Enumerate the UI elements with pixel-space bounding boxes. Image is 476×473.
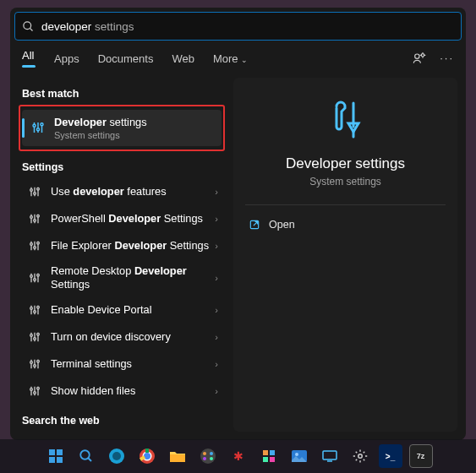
tab-apps[interactable]: Apps	[54, 52, 79, 70]
svg-point-41	[34, 311, 36, 313]
section-search-web: Search the web	[22, 415, 225, 427]
settings-sliders-icon	[25, 357, 44, 371]
settings-result[interactable]: Remote Desktop Developer Settings›	[19, 259, 225, 296]
taskbar-edge[interactable]	[105, 444, 129, 468]
settings-result-title: File Explorer Developer Settings	[51, 239, 215, 253]
settings-result[interactable]: Terminal settings›	[19, 351, 225, 378]
taskbar-settings[interactable]	[348, 444, 372, 468]
tab-all[interactable]: All	[22, 49, 36, 73]
svg-point-47	[34, 338, 36, 340]
svg-rect-85	[263, 457, 268, 462]
chevron-right-icon: ›	[215, 187, 218, 197]
search-input[interactable]: developer settings	[14, 12, 462, 41]
svg-point-2	[415, 54, 419, 58]
svg-point-13	[41, 123, 43, 126]
svg-point-21	[30, 216, 33, 219]
svg-point-37	[37, 274, 40, 276]
settings-result[interactable]: File Explorer Developer Settings›	[19, 232, 225, 259]
settings-result-title: Use developer features	[51, 185, 215, 198]
settings-sliders-icon	[25, 303, 44, 317]
best-match-result[interactable]: Developer settings System settings	[22, 110, 222, 146]
settings-result[interactable]: Use developer features›	[19, 178, 225, 205]
svg-point-25	[37, 215, 40, 217]
taskbar-chrome[interactable]	[135, 444, 159, 468]
taskbar-app-colorful[interactable]	[196, 444, 220, 468]
chevron-right-icon: ›	[215, 273, 218, 283]
svg-rect-77	[170, 454, 185, 462]
svg-rect-83	[263, 450, 268, 455]
svg-point-9	[33, 125, 36, 128]
highlight-box: Developer settings System settings	[19, 105, 225, 151]
taskbar-search[interactable]	[74, 444, 98, 468]
open-action[interactable]: Open	[245, 214, 446, 236]
chevron-right-icon: ›	[215, 359, 218, 369]
svg-point-82	[210, 457, 213, 460]
settings-sliders-icon	[25, 271, 44, 285]
taskbar-display[interactable]	[318, 444, 342, 468]
svg-point-88	[295, 453, 298, 456]
svg-point-91	[358, 454, 362, 459]
settings-sliders-icon	[29, 120, 47, 135]
settings-result[interactable]: Show hidden files›	[19, 378, 225, 405]
taskbar-explorer[interactable]	[166, 444, 189, 468]
svg-point-79	[203, 452, 206, 455]
settings-sliders-icon	[25, 330, 44, 344]
svg-point-43	[37, 306, 40, 308]
svg-rect-67	[57, 449, 63, 455]
taskbar-photos[interactable]	[287, 444, 311, 468]
settings-sliders-icon	[25, 212, 44, 226]
svg-point-15	[30, 189, 33, 192]
svg-point-70	[80, 450, 90, 459]
taskbar-powershell[interactable]: >_	[379, 444, 402, 468]
settings-result-title: PowerShell Developer Settings	[51, 212, 215, 226]
svg-point-11	[37, 128, 40, 131]
chevron-right-icon: ›	[215, 305, 218, 315]
chevron-right-icon: ›	[215, 214, 218, 224]
svg-point-55	[37, 360, 40, 362]
tab-more[interactable]: More ⌄	[213, 52, 248, 70]
chevron-right-icon: ›	[215, 386, 218, 396]
svg-rect-84	[270, 450, 275, 455]
taskbar: ✱ >_ 7z	[0, 439, 476, 473]
preview-subtitle: System settings	[309, 176, 381, 188]
settings-result-title: Remote Desktop Developer Settings	[51, 264, 215, 291]
start-search-panel: developer settings All Apps Documents We…	[10, 8, 466, 440]
svg-point-23	[34, 220, 36, 222]
settings-result-title: Enable Device Portal	[51, 303, 215, 317]
settings-result[interactable]: Turn on device discovery›	[19, 323, 225, 351]
svg-line-71	[88, 458, 91, 461]
svg-point-61	[37, 387, 40, 389]
svg-point-35	[34, 279, 36, 281]
settings-result[interactable]: Enable Device Portal›	[19, 296, 225, 323]
account-icon[interactable]	[413, 51, 426, 64]
open-label: Open	[269, 219, 295, 231]
preview-title: Developer settings	[286, 155, 405, 172]
svg-point-73	[112, 452, 121, 460]
svg-point-51	[30, 362, 33, 364]
svg-point-53	[34, 365, 36, 367]
settings-result[interactable]: PowerShell Developer Settings›	[19, 205, 225, 232]
taskbar-start[interactable]	[44, 444, 68, 468]
svg-rect-69	[57, 457, 63, 463]
svg-point-27	[30, 243, 33, 246]
results-list: Best match Developer settings System set…	[19, 78, 225, 432]
taskbar-app-grid[interactable]	[257, 444, 281, 468]
search-icon	[22, 20, 35, 33]
taskbar-7zip[interactable]: 7z	[409, 444, 433, 468]
section-settings: Settings	[22, 161, 225, 173]
settings-sliders-icon	[25, 185, 44, 198]
section-best-match: Best match	[22, 88, 225, 100]
svg-rect-66	[49, 449, 55, 455]
chevron-right-icon: ›	[215, 241, 218, 251]
tab-documents[interactable]: Documents	[98, 52, 154, 70]
developer-tools-icon	[322, 96, 369, 144]
open-icon	[249, 219, 260, 231]
more-options-icon[interactable]: ···	[440, 52, 454, 64]
svg-rect-89	[323, 451, 336, 459]
taskbar-app-red[interactable]: ✱	[227, 444, 250, 468]
svg-point-17	[34, 193, 36, 195]
search-query: developer settings	[41, 20, 134, 33]
svg-point-31	[37, 242, 40, 244]
tab-web[interactable]: Web	[172, 52, 194, 70]
svg-point-59	[34, 392, 36, 394]
